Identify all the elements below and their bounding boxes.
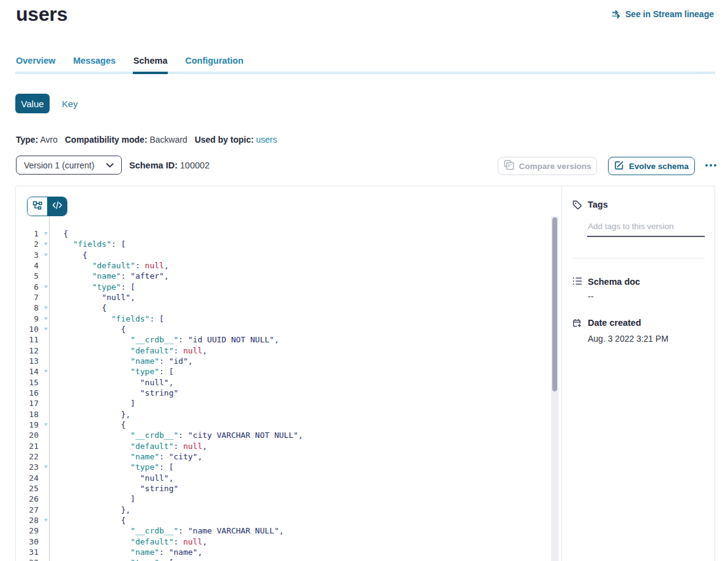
code-line: 9 "fields": [ [16, 314, 561, 324]
line-number: 24 [16, 473, 39, 483]
code-line: 7 "null", [16, 292, 561, 303]
code-line-content: { [50, 228, 562, 239]
code-line: 10 { [16, 324, 561, 334]
line-number: 27 [16, 505, 39, 515]
code-line: 15 "null", [16, 377, 561, 388]
line-number: 16 [16, 388, 39, 398]
sidebar-divider [572, 258, 705, 258]
version-select[interactable]: Version 1 (current) [16, 156, 122, 175]
line-number: 17 [16, 398, 39, 409]
more-actions-button[interactable] [702, 157, 719, 174]
code-lines: 1{2 "fields": [3 {4 "default": null,5 "n… [16, 228, 561, 561]
code-line: 6 "type": [ [16, 282, 561, 292]
code-line: 31 "name": "name", [16, 547, 561, 557]
tree-view-button[interactable] [28, 197, 47, 216]
edit-icon [614, 160, 624, 172]
evolve-schema-button[interactable]: Evolve schema [608, 157, 695, 175]
meta-compatibility: Compatibility mode: Backward [65, 135, 187, 145]
code-line: 11 "__crdb__": "id UUID NOT NULL", [16, 334, 561, 345]
schema-meta-row: Type: Avro Compatibility mode: Backward … [16, 135, 277, 145]
line-number: 9 [16, 314, 39, 324]
code-line: 8 { [16, 303, 561, 313]
line-number: 26 [16, 494, 39, 504]
fold-arrow-icon[interactable] [39, 423, 50, 426]
key-tab-button[interactable]: Key [56, 94, 84, 113]
code-line: 3 { [16, 250, 561, 260]
code-line: 14 "type": [ [16, 366, 561, 377]
code-line-content: "string" [50, 483, 562, 494]
date-created-value: Aug. 3 2022 3:21 PM [588, 334, 669, 344]
calendar-plus-icon [572, 318, 582, 330]
code-line-content: "name": "name", [50, 547, 562, 557]
subject-toggle: Value Key [15, 94, 84, 113]
fold-arrow-icon[interactable] [39, 285, 50, 288]
code-line-content: "null", [50, 473, 562, 483]
line-number: 11 [16, 334, 39, 345]
page-title: users [16, 2, 67, 26]
code-line: 29 "__crdb__": "name VARCHAR NULL", [16, 525, 561, 536]
schema-code-editor[interactable]: 1{2 "fields": [3 {4 "default": null,5 "n… [16, 216, 561, 561]
schema-id-value: 100002 [180, 160, 209, 170]
code-icon [52, 201, 62, 212]
fold-arrow-icon[interactable] [39, 370, 50, 373]
code-line-content: "type": [ [50, 366, 562, 377]
code-line-content: "__crdb__": "name VARCHAR NULL", [50, 525, 562, 536]
tab-configuration[interactable]: Configuration [184, 55, 244, 72]
code-line: 22 "name": "city", [16, 451, 561, 462]
editor-scrollbar-thumb[interactable] [552, 217, 557, 391]
code-line: 27 }, [16, 505, 561, 515]
compare-versions-button[interactable]: Compare versions [498, 157, 597, 175]
chevron-down-icon [106, 163, 114, 168]
line-number: 22 [16, 451, 39, 462]
code-view-button[interactable] [47, 197, 67, 216]
code-line-content: "name": "city", [50, 451, 562, 462]
code-line-content: "null", [50, 377, 562, 388]
line-number: 23 [16, 462, 39, 472]
line-number: 18 [16, 409, 39, 420]
code-line-content: "default": null, [50, 441, 562, 451]
line-number: 4 [16, 260, 39, 271]
compatibility-value: Backward [149, 135, 187, 145]
code-line: 12 "default": null, [16, 345, 561, 356]
code-line: 17 ] [16, 398, 561, 409]
code-line-content: "null", [50, 292, 562, 303]
code-line-content: "default": null, [50, 537, 562, 547]
viewer-mode-toggle [27, 197, 67, 216]
value-tab-button[interactable]: Value [15, 94, 50, 113]
fold-arrow-icon[interactable] [39, 232, 50, 235]
code-line-content: "type": [ [50, 282, 562, 292]
line-number: 31 [16, 547, 39, 557]
add-tags-input[interactable] [587, 217, 705, 237]
code-line-content: ] [50, 398, 562, 409]
code-line-content: "__crdb__": "id UUID NOT NULL", [50, 334, 562, 345]
code-line: 24 "null", [16, 473, 561, 483]
fold-arrow-icon[interactable] [39, 465, 50, 469]
fold-arrow-icon[interactable] [39, 243, 50, 246]
line-number: 20 [16, 430, 39, 440]
line-number: 12 [16, 345, 39, 356]
code-line: 32 "type": [ [16, 557, 561, 561]
tab-messages[interactable]: Messages [73, 55, 116, 72]
tab-schema[interactable]: Schema [133, 55, 168, 74]
fold-arrow-icon[interactable] [39, 254, 50, 257]
fold-arrow-icon[interactable] [39, 306, 50, 309]
fold-arrow-icon[interactable] [39, 328, 50, 331]
code-line-content: "name": "id", [50, 356, 562, 366]
tab-overview[interactable]: Overview [15, 55, 56, 72]
code-line: 20 "__crdb__": "city VARCHAR NOT NULL", [16, 430, 561, 440]
compare-versions-label: Compare versions [519, 162, 591, 171]
code-line: 25 "string" [16, 483, 561, 494]
schema-doc-section-title: Schema doc [588, 276, 640, 287]
line-number: 30 [16, 537, 39, 547]
fold-arrow-icon[interactable] [39, 317, 50, 320]
fold-arrow-icon[interactable] [39, 519, 50, 522]
line-number: 25 [16, 483, 39, 494]
see-in-stream-lineage-link[interactable]: See in Stream lineage [612, 9, 714, 19]
tab-bar: OverviewMessagesSchemaConfiguration [15, 55, 715, 74]
code-line: 18 }, [16, 409, 561, 420]
evolve-schema-label: Evolve schema [629, 162, 689, 171]
version-select-value: Version 1 (current) [17, 160, 106, 170]
code-line-content: "name": "after", [50, 271, 562, 281]
editor-scrollbar[interactable] [551, 216, 558, 561]
topic-link[interactable]: users [256, 135, 277, 145]
